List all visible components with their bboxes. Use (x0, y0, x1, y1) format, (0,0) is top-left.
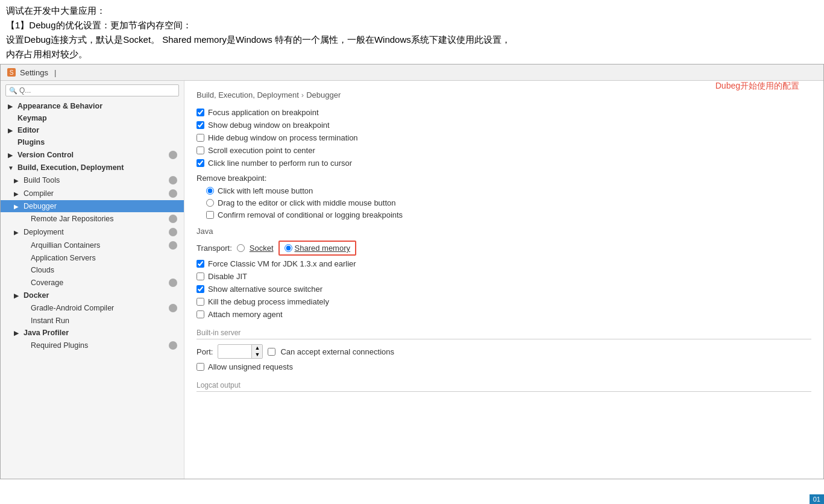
arrow-build-tools (14, 177, 20, 184)
label-socket: Socket (250, 244, 274, 253)
cb-focus-breakpoint[interactable] (197, 109, 204, 116)
checkbox-scroll-execution[interactable]: Scroll execution point to center (197, 146, 811, 155)
sidebar-label-docker: Docker (24, 291, 49, 300)
label-force-classic: Force Classic VM for JDK 1.3.x and earli… (208, 259, 356, 268)
transport-label: Transport: (197, 244, 232, 253)
settings-title: Settings (20, 68, 48, 77)
checkbox-show-debug-window[interactable]: Show debug window on breakpoint (197, 121, 811, 130)
cb-click-line-number[interactable] (197, 159, 204, 167)
checkbox-hide-debug-window[interactable]: Hide debug window on process termination (197, 133, 811, 142)
radio-click-left-mouse[interactable] (206, 187, 214, 195)
arrow-build-execution (8, 165, 14, 171)
checkbox-force-classic[interactable]: Force Classic VM for JDK 1.3.x and earli… (197, 259, 811, 268)
cb-force-classic[interactable] (197, 260, 204, 268)
radio-shared-memory[interactable] (285, 244, 292, 252)
sidebar-label-editor: Editor (17, 126, 39, 134)
sidebar-item-gradle-android[interactable]: Gradle-Android Compiler (1, 301, 184, 315)
badge-compiler (168, 189, 178, 198)
cursor-icon: | (54, 68, 56, 77)
checkbox-attach-memory[interactable]: Attach memory agent (197, 310, 811, 319)
sidebar-item-compiler[interactable]: Compiler (1, 187, 184, 200)
sidebar-item-plugins[interactable]: Plugins (1, 136, 184, 148)
sidebar-item-java-profiler[interactable]: Java Profiler (1, 327, 184, 339)
checkbox-allow-unsigned[interactable]: Allow unsigned requests (197, 362, 811, 371)
checkbox-click-line[interactable]: Click line number to perform run to curs… (197, 159, 811, 168)
port-input[interactable]: 63342 (218, 346, 251, 358)
search-box[interactable]: 🔍 (5, 84, 179, 96)
cb-hide-debug-window[interactable] (197, 134, 204, 142)
breadcrumb: Build, Execution, Deployment › Debugger (197, 90, 811, 99)
radio-group: Click with left mouse button Drag to the… (206, 186, 811, 207)
label-click-line-number: Click line number to perform run to curs… (208, 159, 352, 168)
sidebar-item-docker[interactable]: Docker (1, 289, 184, 301)
sidebar-item-version-control[interactable]: Version Control (1, 148, 184, 162)
content-area: Build, Execution, Deployment › Debugger … (184, 81, 823, 479)
arrow-compiler (14, 191, 20, 197)
sidebar-item-keymap[interactable]: Keymap (1, 112, 184, 124)
label-shared-memory: Shared memory (295, 244, 350, 253)
port-down-button[interactable]: ▼ (252, 351, 262, 358)
sidebar-item-build-tools[interactable]: Build Tools (1, 174, 184, 187)
sidebar-label-appearance: Appearance & Behavior (17, 102, 102, 110)
sidebar-item-arquillian[interactable]: Arquillian Containers (1, 239, 184, 252)
svg-text:S: S (10, 69, 14, 76)
settings-body: 🔍 Appearance & Behavior Keymap Editor Pl… (1, 81, 823, 479)
badge-build-tools (168, 175, 178, 185)
checkbox-disable-jit[interactable]: Disable JIT (197, 272, 811, 281)
radio-drag-editor[interactable] (206, 199, 214, 207)
sidebar: 🔍 Appearance & Behavior Keymap Editor Pl… (1, 81, 184, 479)
port-spinners: ▲ ▼ (251, 345, 262, 358)
cb-kill-debug[interactable] (197, 298, 204, 306)
sidebar-item-coverage[interactable]: Coverage (1, 276, 184, 289)
sidebar-label-deployment: Deployment (24, 228, 64, 236)
sidebar-label-coverage: Coverage (31, 279, 63, 287)
sidebar-item-build-execution[interactable]: Build, Execution, Deployment (1, 162, 184, 174)
search-input[interactable] (19, 86, 175, 95)
annotation-line3: 设置Debug连接方式，默认是Socket。 Shared memory是Win… (6, 33, 818, 47)
badge-arquillian (168, 241, 178, 250)
cb-scroll-execution[interactable] (197, 146, 204, 154)
builtin-server-section: Built-in server Port: 63342 ▲ ▼ Can acce… (197, 329, 811, 371)
sidebar-item-app-servers[interactable]: Application Servers (1, 252, 184, 264)
sidebar-label-build-execution: Build, Execution, Deployment (17, 163, 124, 172)
cb-show-debug-window[interactable] (197, 121, 204, 129)
arrow-editor (8, 127, 14, 134)
radio-left-mouse[interactable]: Click with left mouse button (206, 186, 811, 195)
badge-deployment (168, 227, 178, 237)
checkbox-show-alt-source[interactable]: Show alternative source switcher (197, 285, 811, 294)
sidebar-label-version-control: Version Control (17, 151, 74, 159)
cb-confirm-removal[interactable] (206, 211, 214, 219)
checkbox-focus-breakpoint[interactable]: Focus application on breakpoint (197, 108, 811, 117)
cb-allow-unsigned[interactable] (197, 363, 204, 371)
sidebar-item-clouds[interactable]: Clouds (1, 264, 184, 276)
badge-gradle-android (168, 303, 178, 313)
label-allow-unsigned: Allow unsigned requests (208, 362, 293, 371)
badge-required-plugins (168, 341, 178, 350)
radio-socket[interactable] (237, 244, 245, 252)
java-label: Java (197, 227, 811, 236)
transport-row: Transport: Socket Shared memory (197, 241, 811, 256)
cb-disable-jit[interactable] (197, 272, 204, 280)
checkbox-confirm-removal[interactable]: Confirm removal of conditional or loggin… (206, 210, 811, 219)
sidebar-item-editor[interactable]: Editor (1, 124, 184, 136)
port-up-button[interactable]: ▲ (252, 345, 262, 351)
sidebar-item-deployment[interactable]: Deployment (1, 225, 184, 239)
remove-breakpoint-label: Remove breakpoint: (197, 174, 811, 183)
cb-attach-memory[interactable] (197, 310, 204, 318)
breadcrumb-part1: Build, Execution, Deployment (197, 90, 299, 99)
annotation-area: 调试在开发中大量应用： 【1】Debug的优化设置：更加节省内存空间： 设置De… (0, 0, 824, 64)
checkbox-kill-debug[interactable]: Kill the debug process immediately (197, 297, 811, 306)
sidebar-item-debugger[interactable]: Debugger (1, 200, 184, 212)
search-icon: 🔍 (9, 87, 17, 95)
sidebar-item-appearance[interactable]: Appearance & Behavior (1, 100, 184, 112)
sidebar-item-remote-jar[interactable]: Remote Jar Repositories (1, 212, 184, 225)
sidebar-label-arquillian: Arquillian Containers (31, 241, 100, 250)
sidebar-label-clouds: Clouds (31, 266, 54, 274)
sidebar-label-keymap: Keymap (17, 114, 47, 122)
sidebar-item-instant-run[interactable]: Instant Run (1, 315, 184, 327)
arrow-version-control (8, 152, 14, 159)
sidebar-item-required-plugins[interactable]: Required Plugins (1, 339, 184, 352)
cb-show-alt-source[interactable] (197, 285, 204, 293)
radio-drag-editor[interactable]: Drag to the editor or click with middle … (206, 198, 811, 207)
cb-can-accept[interactable] (268, 348, 275, 356)
